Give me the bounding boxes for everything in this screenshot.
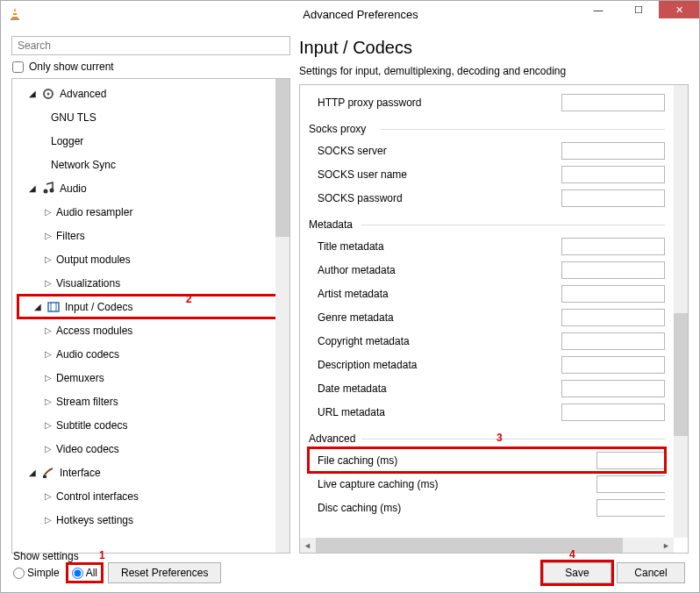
svg-rect-1 [13,11,18,13]
settings-scrollbar-vertical[interactable] [674,85,688,538]
page-description: Settings for input, demultiplexing, deco… [299,65,689,77]
tree-subtitle-codecs[interactable]: ▷Subtitle codecs [12,413,289,437]
genre-metadata-input[interactable] [561,309,665,326]
tree-scroll-thumb[interactable] [275,79,289,237]
collapse-icon[interactable]: ◢ [26,183,39,193]
expand-icon[interactable]: ▷ [42,325,54,335]
socks-user-input[interactable] [561,166,665,183]
expand-icon[interactable]: ▷ [42,515,54,525]
collapse-icon[interactable]: ◢ [32,302,44,311]
tree-audio-codecs[interactable]: ▷Audio codecs [12,342,289,366]
expand-icon[interactable]: ▷ [42,278,54,288]
file-caching-input[interactable] [597,453,674,468]
socks-password-input[interactable] [561,189,665,207]
expand-icon[interactable]: ▷ [42,420,54,430]
only-show-current-box[interactable] [12,61,24,73]
file-caching-spinbox[interactable]: ▲▼ [596,452,665,469]
gear-icon [40,87,56,101]
description-metadata-label: Description metadata [309,359,554,371]
file-caching-row: File caching (ms) ▲▼ [309,448,665,472]
tree-logger[interactable]: Logger [12,129,289,153]
title-metadata-input[interactable] [561,238,665,255]
expand-icon[interactable]: ▷ [42,397,54,406]
disc-caching-input[interactable] [597,500,674,516]
tree-network-sync[interactable]: Network Sync [12,153,289,176]
show-settings-group: Show settings 1 Simple All Reset Prefere… [13,562,221,583]
svg-point-5 [47,92,50,95]
close-button[interactable]: ✕ [659,1,699,18]
socks-server-input[interactable] [561,142,665,160]
tree-interface[interactable]: ◢Interface [12,461,289,484]
cancel-button[interactable]: Cancel [617,562,685,583]
svg-point-6 [44,189,48,193]
svg-rect-8 [48,303,59,311]
title-metadata-label: Title metadata [309,240,554,253]
tree-gnu-tls[interactable]: GNU TLS [12,105,289,129]
group-socks: Socks proxy [309,119,665,139]
vlc-cone-icon [8,7,22,21]
tree-control-interfaces[interactable]: ▷Control interfaces [12,484,289,508]
author-metadata-input[interactable] [561,261,665,279]
expand-icon[interactable]: ▷ [42,254,54,264]
category-tree[interactable]: ◢Advanced GNU TLS Logger Network Sync ◢A… [11,78,290,554]
expand-icon[interactable]: ▷ [42,349,54,359]
settings-panel: HTTP proxy password Socks proxy SOCKS se… [299,84,689,554]
expand-icon[interactable]: ▷ [42,491,54,501]
note-icon [40,182,56,196]
settings-scroll-thumb-h[interactable] [316,538,623,553]
expand-icon[interactable]: ▷ [42,444,54,454]
reset-preferences-button[interactable]: Reset Preferences [108,562,221,583]
tree-audio[interactable]: ◢Audio [12,176,289,200]
expand-icon[interactable]: ▷ [42,207,54,217]
http-proxy-password-label: HTTP proxy password [309,96,554,109]
tree-scrollbar[interactable] [275,79,289,553]
group-metadata: Metadata [309,215,665,234]
live-caching-spinbox[interactable]: ▲▼ [596,475,665,493]
settings-scrollbar-horizontal[interactable] [300,538,674,553]
live-caching-input[interactable] [597,476,674,492]
description-metadata-input[interactable] [561,356,665,374]
svg-rect-2 [12,15,18,17]
tree-output-modules[interactable]: ▷Output modules [12,247,289,271]
tree-demuxers[interactable]: ▷Demuxers [12,366,289,389]
search-input[interactable] [11,36,290,55]
collapse-icon[interactable]: ◢ [26,89,39,98]
date-metadata-input[interactable] [561,380,665,397]
radio-all[interactable]: All [68,565,101,581]
maximize-button[interactable]: ☐ [618,1,659,18]
artist-metadata-input[interactable] [561,285,665,303]
show-settings-label: Show settings [13,550,79,562]
artist-metadata-label: Artist metadata [309,288,554,300]
tree-video-codecs[interactable]: ▷Video codecs [12,437,289,461]
file-caching-label: File caching (ms) [309,454,589,467]
http-proxy-password-input[interactable] [561,94,665,111]
date-metadata-label: Date metadata [309,382,554,395]
disc-caching-label: Disc caching (ms) [309,502,589,514]
save-button[interactable]: Save [543,562,611,583]
copyright-metadata-input[interactable] [561,332,665,350]
tree-input-codecs[interactable]: ◢Input / Codecs [18,295,284,318]
expand-icon[interactable]: ▷ [42,373,54,382]
svg-rect-11 [43,475,46,478]
tree-access-modules[interactable]: ▷Access modules [12,318,289,342]
tree-advanced[interactable]: ◢Advanced [12,82,289,105]
tree-stream-filters[interactable]: ▷Stream filters [12,389,289,413]
collapse-icon[interactable]: ◢ [26,468,39,477]
only-show-current-checkbox[interactable]: Only show current [11,61,290,73]
socks-server-label: SOCKS server [309,145,554,157]
minimize-button[interactable]: — [578,1,618,18]
url-metadata-input[interactable] [561,404,665,421]
radio-simple[interactable]: Simple [13,567,60,579]
tree-visualizations[interactable]: ▷Visualizations [12,271,289,295]
disc-caching-spinbox[interactable]: ▲▼ [596,499,665,517]
svg-rect-3 [11,18,19,20]
tree-filters[interactable]: ▷Filters [12,224,289,247]
url-metadata-label: URL metadata [309,406,554,418]
expand-icon[interactable]: ▷ [42,231,54,240]
author-metadata-label: Author metadata [309,264,554,276]
tree-hotkeys-settings[interactable]: ▷Hotkeys settings [12,508,289,532]
tree-audio-resampler[interactable]: ▷Audio resampler [12,200,289,224]
titlebar: Advanced Preferences — ☐ ✕ [1,1,699,27]
settings-scroll-thumb-v[interactable] [674,313,688,436]
socks-user-label: SOCKS user name [309,168,554,181]
